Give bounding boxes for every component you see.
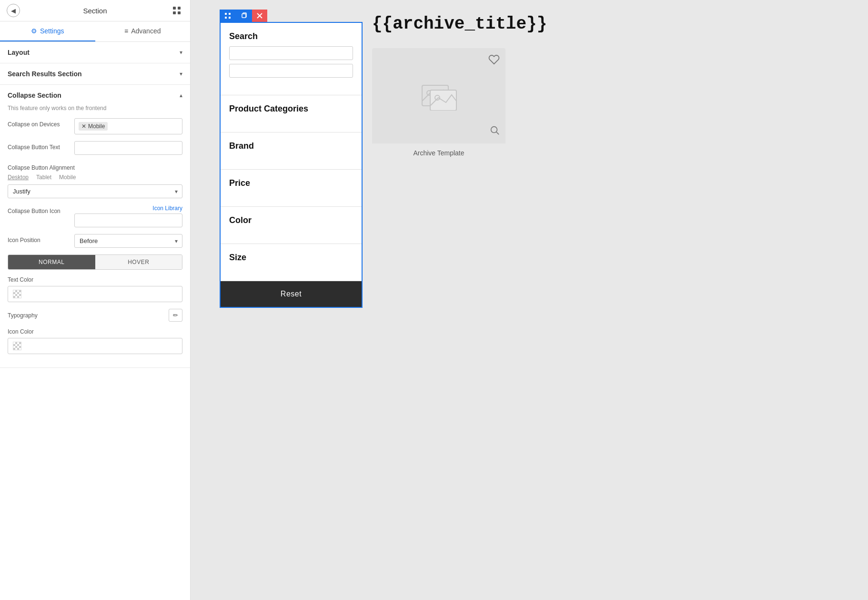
widget-copy-button[interactable] [236,10,252,22]
widget-search-title: Search [229,31,353,41]
icon-position-select-wrap[interactable]: Before After [74,234,182,248]
alignment-label: Collapse Button Alignment [8,162,182,171]
grid-button[interactable] [170,4,183,17]
collapse-section-header: Collapse Section ▴ [8,92,182,99]
widget-brand-title: Brand [229,141,353,151]
icon-color-swatch[interactable] [8,338,182,354]
color-checker-icon [13,290,21,298]
collapse-devices-input[interactable]: ✕ Mobile [74,118,182,134]
archive-card-label: Archive Template [372,143,505,163]
collapse-button-icon-field[interactable]: fas fa-filter [74,214,182,227]
back-button[interactable]: ◀ [7,4,20,17]
collapse-button-icon-wrap: Icon Library fas fa-filter [74,205,182,227]
collapse-devices-label: Collapse on Devices [8,118,70,128]
left-panel: ◀ Section ⚙ Settings ≡ Advanced Layout ▾… [0,0,191,600]
devices-tag-box[interactable]: ✕ Mobile [74,118,182,134]
icon-color-label: Icon Color [8,328,182,335]
widget-price-title: Price [229,178,353,188]
widget-color-title: Color [229,215,353,225]
collapse-section-title: Collapse Section [8,92,61,99]
tab-advanced-label: Advanced [131,27,161,35]
icon-position-label: Icon Position [8,234,70,244]
svg-rect-4 [225,13,227,15]
grid-icon [172,6,182,15]
archive-card: Archive Template [372,48,505,163]
copy-icon [241,12,247,19]
panel-header: ◀ Section [0,0,190,21]
widget-size-section: Size [221,244,362,281]
svg-rect-6 [225,17,227,19]
widget-price-section: Price [221,170,362,207]
reset-button[interactable]: Reset [221,281,362,307]
layout-section-row[interactable]: Layout ▾ [0,42,190,63]
collapse-devices-row: Collapse on Devices ✕ Mobile [8,118,182,134]
zoom-icon [489,125,500,135]
search-input-field[interactable] [229,46,353,60]
device-row: Desktop Tablet Mobile [8,174,182,181]
collapse-button-text-field[interactable]: Filter [74,141,182,155]
archive-card-image [372,48,505,143]
widget-categories-section: Product Categories [221,95,362,132]
canvas: Search Product Categories Brand Price [191,0,868,600]
heart-icon [488,54,500,65]
icon-library-link[interactable]: Icon Library [74,205,182,212]
device-desktop[interactable]: Desktop [8,174,29,181]
normal-hover-toggle: NORMAL HOVER [8,254,182,270]
advanced-sliders-icon: ≡ [124,27,128,35]
text-color-label: Text Color [8,276,182,283]
alignment-select[interactable]: Justify Left Center Right [8,184,182,198]
text-color-swatch[interactable] [8,286,182,302]
widget-color-section: Color [221,207,362,244]
mobile-tag-close-icon[interactable]: ✕ [81,123,86,130]
search-results-chevron-icon: ▾ [180,71,182,77]
layout-chevron-icon: ▾ [180,49,182,56]
collapse-button-text-row: Collapse Button Text Filter [8,141,182,155]
search-input-secondary[interactable] [229,64,353,78]
normal-toggle-button[interactable]: NORMAL [8,255,95,269]
alignment-select-wrap[interactable]: Justify Left Center Right [8,184,182,198]
widget-size-title: Size [229,253,353,263]
typography-label: Typography [8,312,38,319]
device-tablet[interactable]: Tablet [36,174,51,181]
collapse-section-chevron-icon: ▴ [180,92,182,99]
svg-rect-8 [242,14,246,18]
widget-close-button[interactable] [252,10,267,22]
icon-position-row: Icon Position Before After [8,234,182,248]
widget-brand-section: Brand [221,132,362,170]
archive-title: {{archive_title}} [372,14,547,34]
typography-edit-button[interactable]: ✏ [169,309,182,322]
close-icon [257,13,262,19]
typography-row: Typography ✏ [8,309,182,322]
tab-settings[interactable]: ⚙ Settings [0,21,95,41]
device-mobile[interactable]: Mobile [59,174,76,181]
settings-gear-icon: ⚙ [31,27,37,35]
tab-settings-label: Settings [40,27,64,35]
favorite-button[interactable] [488,54,500,68]
mobile-tag-label: Mobile [88,123,105,130]
svg-rect-1 [178,7,181,10]
panel-title: Section [83,7,107,15]
collapse-button-text-label: Collapse Button Text [8,141,70,151]
widget-grid-button[interactable] [220,10,236,22]
widget-categories-title: Product Categories [229,104,353,114]
widget-grid-icon [224,12,231,19]
collapse-button-text-input[interactable]: Filter [74,141,182,155]
widget-search-section: Search [221,23,362,95]
canvas-inner: Search Product Categories Brand Price [220,10,839,308]
image-placeholder-icon [420,80,458,112]
back-icon: ◀ [11,7,16,14]
zoom-button[interactable] [489,125,500,138]
widget-wrapper: Search Product Categories Brand Price [220,10,363,308]
hover-toggle-button[interactable]: HOVER [95,255,182,269]
svg-rect-3 [178,11,181,14]
mobile-tag: ✕ Mobile [79,122,108,131]
collapse-hint: This feature only works on the frontend [8,105,182,112]
search-results-section-row[interactable]: Search Results Section ▾ [0,63,190,85]
svg-line-12 [496,132,499,134]
icon-position-select[interactable]: Before After [74,234,182,248]
archive-section: {{archive_title}} [372,10,839,308]
svg-rect-2 [173,11,176,14]
widget-box: Search Product Categories Brand Price [220,22,363,308]
tab-bar: ⚙ Settings ≡ Advanced [0,21,190,42]
tab-advanced[interactable]: ≡ Advanced [95,21,191,41]
